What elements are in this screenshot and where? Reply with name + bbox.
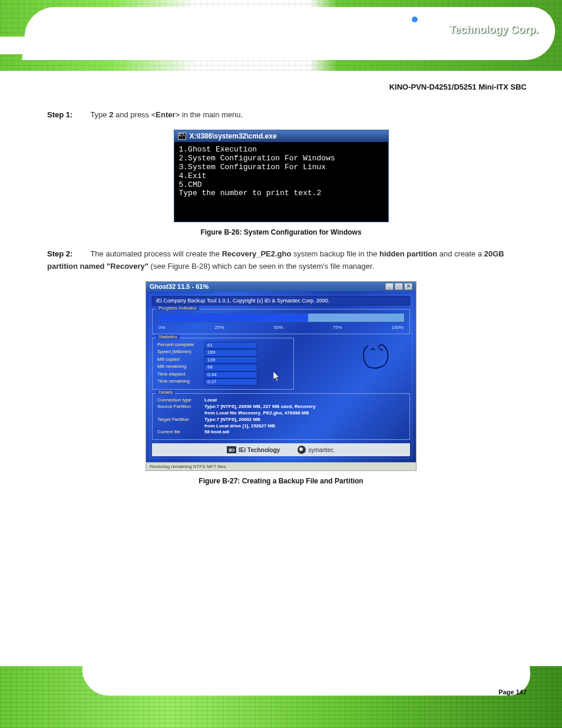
stat-lbl-2: MB copied — [157, 357, 204, 364]
symantec-text: symantec. — [308, 447, 335, 453]
symantec-icon — [297, 446, 306, 454]
cursor-icon — [273, 371, 280, 382]
registered-mark: ® — [439, 25, 444, 34]
iei-logo-icon — [399, 18, 434, 41]
progress-bar — [157, 313, 405, 322]
stat-val-1: 189 — [204, 349, 257, 356]
ghost-icon — [359, 340, 392, 373]
stat-lbl-0: Percent complete — [157, 342, 204, 349]
d-lbl-4 — [157, 423, 204, 430]
ghost-title-text: Ghost32 11.5 - 61% — [150, 283, 209, 290]
page-header-banner: ® Technology Corp. — [0, 0, 562, 71]
cmd-icon — [178, 133, 186, 140]
page-body: Step 1: Type 2 and press <Enter> in the … — [47, 77, 515, 496]
iei-footer-logo: iEiIEi Technology — [227, 446, 280, 453]
stat-val-2: 139 — [204, 357, 257, 364]
header-swoosh-2 — [0, 37, 401, 54]
iei-footer-text: IEi Technology — [239, 447, 280, 453]
step1-a: Type — [90, 110, 109, 119]
cmd-line-0: 1.Ghost Execution — [179, 145, 257, 154]
tick-75: 75% — [333, 325, 342, 330]
step1-b: and press < — [113, 110, 156, 119]
ghost-logo-area — [299, 338, 410, 380]
cmd-title-text: X:\I386\system32\cmd.exe — [190, 132, 277, 140]
step-2-text: Step 2: The automated process will creat… — [47, 248, 515, 273]
ghost-titlebar: Ghost32 11.5 - 61% _ □ ✕ — [146, 282, 416, 291]
page-footer-banner — [0, 666, 562, 728]
ghost-client: iEi Company Backup Tool 1.0.1. Copyright… — [146, 291, 416, 462]
step1-c: > in the main menu. — [176, 110, 243, 119]
d-val-3: Type:7 [NTFS], 20002 MB — [204, 417, 260, 423]
footer-swoosh — [81, 666, 533, 696]
d-val-1: Type:7 [NTFS], 26936 MB, 227 MB used, Re… — [204, 404, 316, 410]
s2b1: Recovery_PE2.gho — [222, 249, 292, 258]
details-panel: Details Connection typeLocal Source Part… — [152, 393, 410, 440]
cmd-line-2: 3.System Configuration For Linux — [179, 163, 326, 172]
s2p4: (see Figure B-28) which can be seen in t… — [148, 262, 374, 271]
step-1-text: Step 1: Type 2 and press <Enter> in the … — [47, 109, 515, 121]
page-number: Page 147 — [498, 689, 527, 696]
company-logo: ® Technology Corp. — [399, 18, 538, 41]
progress-ticks: 0% 25% 50% 75% 100% — [157, 325, 405, 330]
ghost-statusbar: Restoring remaining NTFS MFT files — [146, 462, 416, 470]
cmd-body: 1.Ghost Execution 2.System Configuration… — [174, 142, 388, 222]
s2b2: hidden partition — [379, 249, 437, 258]
minimize-icon[interactable]: _ — [385, 283, 394, 290]
s2p3: and create a — [437, 249, 484, 258]
d-val-5: 58 boot.sdi — [204, 429, 229, 436]
ghost-footer-logos: iEiIEi Technology symantec. — [152, 443, 410, 456]
tick-25: 25% — [215, 325, 224, 330]
stats-legend: Statistics — [156, 334, 180, 340]
stat-val-4: 0:44 — [204, 371, 257, 378]
figure-26-caption: Figure B-26: System Configuration for Wi… — [47, 228, 515, 236]
d-val-4: from Local drive [1], 152627 MB — [204, 423, 275, 430]
progress-panel: Progress Indicator 0% 25% 50% 75% 100% — [152, 309, 410, 334]
symantec-footer-logo: symantec. — [297, 446, 335, 454]
stat-val-0: 61 — [204, 342, 257, 349]
stat-lbl-3: MB remaining — [157, 364, 204, 371]
d-lbl-2 — [157, 410, 204, 417]
step-2-number: Step 2: — [47, 248, 88, 261]
tick-50: 50% — [274, 325, 283, 330]
figure-27-caption: Figure B-27: Creating a Backup File and … — [47, 477, 515, 485]
cmd-titlebar: X:\I386\system32\cmd.exe — [174, 130, 388, 142]
maximize-icon[interactable]: □ — [395, 283, 403, 290]
details-legend: Details — [156, 390, 175, 395]
stat-lbl-5: Time remaining — [157, 378, 204, 386]
close-icon[interactable]: ✕ — [404, 283, 412, 290]
d-lbl-3: Target Partition — [157, 417, 204, 423]
d-lbl-1: Source Partition — [157, 404, 204, 410]
cmd-line-3: 4.Exit — [179, 172, 207, 180]
tick-100: 100% — [391, 325, 403, 330]
s2p2: system backup file in the — [291, 249, 379, 258]
s2p1: The automated process will create the — [90, 249, 222, 258]
tick-0: 0% — [158, 325, 166, 330]
stat-val-3: 88 — [204, 364, 257, 371]
ghost-banner: iEi Company Backup Tool 1.0.1. Copyright… — [152, 296, 410, 305]
d-val-0: Local — [204, 397, 217, 404]
cmd-window: X:\I386\system32\cmd.exe 1.Ghost Executi… — [174, 130, 389, 223]
stat-lbl-4: Time elapsed — [157, 371, 204, 378]
stat-val-5: 0:27 — [204, 378, 257, 386]
step1-key: Enter — [156, 110, 175, 119]
d-lbl-5: Current file — [157, 429, 204, 436]
cmd-line-5: Type the number to print text.2 — [179, 189, 322, 197]
window-controls: _ □ ✕ — [385, 283, 412, 290]
d-lbl-0: Connection type — [157, 397, 204, 404]
ghost-window: Ghost32 11.5 - 61% _ □ ✕ iEi Company Bac… — [146, 281, 416, 471]
cmd-line-4: 5.CMD — [179, 180, 202, 189]
company-name: Technology Corp. — [449, 24, 538, 36]
cmd-line-1: 2.System Configuration For Windows — [179, 154, 335, 163]
d-val-2: from Local file \Recovery_PE2.gho, 47693… — [204, 410, 309, 417]
progress-legend: Progress Indicator — [156, 305, 199, 311]
stat-lbl-1: Speed (MB/min) — [157, 349, 204, 356]
progress-fill — [158, 314, 308, 322]
step-1-number: Step 1: — [47, 109, 88, 121]
statistics-panel: Statistics Percent complete61 Speed (MB/… — [152, 338, 294, 390]
